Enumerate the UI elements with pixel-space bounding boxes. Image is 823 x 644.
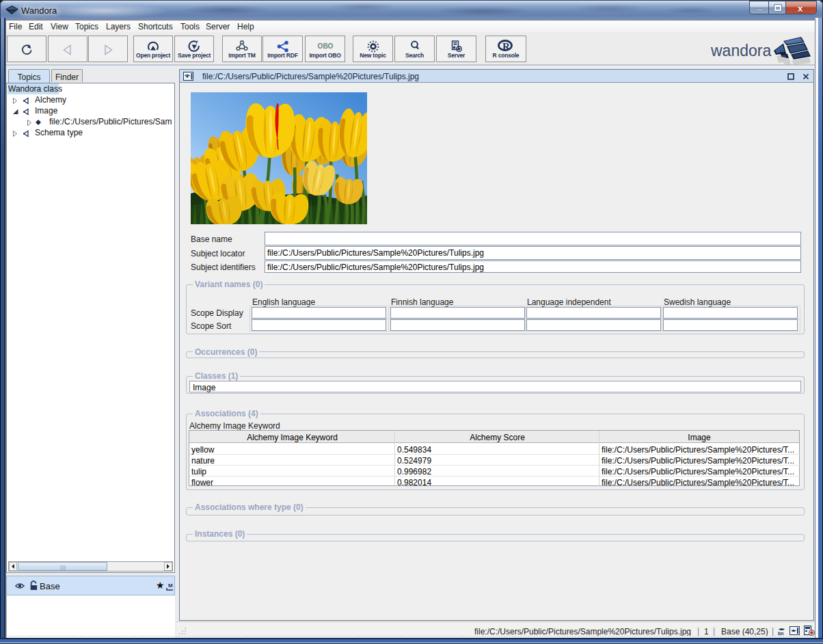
svg-text:OBO: OBO: [317, 42, 333, 50]
svg-text:M: M: [168, 582, 173, 589]
svg-text:bn: bn: [778, 631, 784, 636]
svg-text:R: R: [502, 41, 510, 52]
